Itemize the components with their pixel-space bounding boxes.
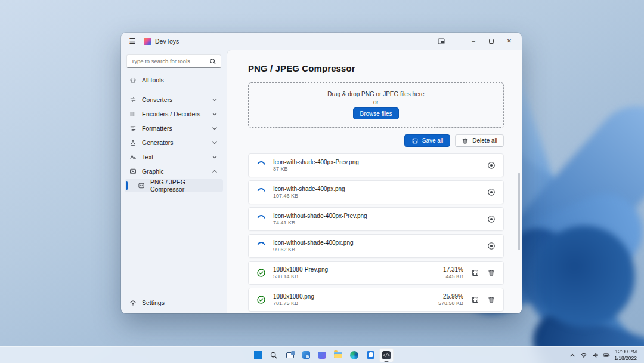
cancel-compression-button[interactable]: [487, 188, 496, 196]
check-circle-icon: [256, 295, 266, 304]
save-icon: [411, 137, 419, 144]
cancel-compression-button[interactable]: [487, 161, 496, 170]
sidebar-item-all-tools[interactable]: All tools: [125, 73, 223, 87]
cancel-compression-button[interactable]: [487, 242, 496, 250]
sidebar-item-settings[interactable]: Settings: [125, 296, 223, 309]
battery-icon[interactable]: [603, 352, 610, 359]
compressor-tool-icon: [138, 182, 145, 189]
chat-button[interactable]: [315, 348, 329, 362]
sidebar-item-encoders-decoders[interactable]: Encoders / Decoders: [125, 107, 223, 121]
start-button[interactable]: [250, 348, 265, 362]
file-explorer-button[interactable]: [331, 348, 345, 362]
save-file-button[interactable]: [471, 269, 479, 277]
network-icon[interactable]: [580, 352, 587, 359]
chevron-up-icon: [211, 168, 218, 175]
file-row: 1080x1080-Prev.png 538.14 KB 17.31% 445 …: [248, 261, 504, 285]
nav-menu-button[interactable]: ☰: [125, 35, 140, 48]
sidebar-item-label: Encoders / Decoders: [142, 110, 200, 118]
save-file-button[interactable]: [471, 296, 479, 304]
file-original-size: 781.75 KB: [273, 300, 314, 306]
system-tray: 12:00 PM 1/18/2022: [569, 347, 644, 363]
close-icon: ✕: [507, 38, 512, 44]
task-view-button[interactable]: [283, 348, 297, 362]
volume-icon[interactable]: [592, 352, 599, 359]
devtoys-taskbar-button[interactable]: </>: [379, 348, 394, 362]
sidebar-item-label: Settings: [142, 299, 165, 306]
titlebar: ☰ DevToys – ✕: [121, 33, 522, 50]
trash-icon: [462, 137, 469, 144]
cancel-compression-button[interactable]: [487, 215, 496, 223]
sidebar-item-label: All tools: [142, 76, 164, 84]
sidebar-item-generators[interactable]: Generators: [125, 136, 223, 149]
edge-button[interactable]: [347, 348, 361, 362]
sidebar-divider: [127, 90, 221, 90]
file-row: 1080x1080.png 781.75 KB 25.99% 578.58 KB: [248, 288, 504, 312]
home-icon: [129, 76, 137, 84]
delete-all-button[interactable]: Delete all: [455, 134, 504, 147]
devtoys-logo-icon: [144, 38, 151, 45]
generators-icon: [129, 139, 137, 146]
sidebar-item-converters[interactable]: Converters: [125, 93, 223, 106]
maximize-button[interactable]: [482, 35, 500, 48]
file-name: Icon-with-shade-400px-Prev.png: [273, 159, 359, 165]
devtoys-window: ☰ DevToys – ✕: [121, 33, 522, 313]
save-all-button[interactable]: Save all: [404, 134, 451, 147]
taskbar-clock[interactable]: 12:00 PM 1/18/2022: [614, 349, 637, 361]
sidebar-item-text[interactable]: Text: [125, 150, 223, 164]
sidebar-item-formatters[interactable]: Formatters: [125, 122, 223, 135]
tool-search-box[interactable]: [126, 54, 221, 68]
sidebar-item-label: Text: [142, 153, 153, 161]
compression-percent: 17.31%: [443, 266, 463, 273]
search-input[interactable]: [131, 58, 206, 64]
chat-icon: [318, 352, 326, 359]
widgets-button[interactable]: [299, 348, 313, 362]
sidebar-item-label: Generators: [142, 139, 174, 146]
page-title: PNG / JPEG Compressor: [248, 63, 504, 73]
file-name: 1080x1080.png: [273, 293, 314, 300]
minimize-button[interactable]: –: [465, 35, 482, 48]
windows-logo-icon: [254, 351, 262, 359]
delete-file-button[interactable]: [487, 296, 496, 304]
file-row: Icon-with-shade-400px-Prev.png 87 KB: [248, 153, 504, 177]
tray-chevron-up-icon[interactable]: [569, 352, 576, 359]
delete-all-label: Delete all: [472, 137, 497, 144]
window-title: DevToys: [155, 38, 179, 45]
sidebar-item-graphic[interactable]: Graphic: [125, 165, 223, 178]
compact-overlay-icon: [438, 38, 445, 45]
selection-indicator: [126, 182, 128, 190]
scrollbar[interactable]: [518, 173, 520, 250]
devtoys-app-icon: </>: [382, 351, 391, 359]
compressed-size: 578.58 KB: [438, 300, 463, 306]
sidebar-item-label: Graphic: [142, 168, 164, 175]
browse-files-button[interactable]: Browse files: [353, 107, 400, 119]
file-row: Icon-without-shade-400px.png 99.62 KB: [248, 234, 504, 258]
formatters-icon: [129, 125, 137, 132]
chevron-down-icon: [211, 139, 218, 146]
file-explorer-icon: [334, 352, 342, 358]
sidebar: All tools Converters Encode: [121, 50, 227, 313]
sidebar-item-png-jpeg-compressor[interactable]: PNG / JPEG Compressor: [125, 179, 223, 192]
file-dropzone[interactable]: Drag & drop PNG or JPEG files here or Br…: [248, 82, 504, 128]
graphic-icon: [129, 168, 137, 175]
file-original-size: 99.62 KB: [273, 247, 354, 253]
minimize-icon: –: [472, 38, 475, 44]
delete-file-button[interactable]: [487, 269, 496, 277]
running-app-indicator: [385, 361, 389, 362]
store-button[interactable]: [363, 348, 377, 362]
taskbar: </> 12:00 PM 1/18/2022: [0, 346, 644, 363]
taskbar-search-button[interactable]: [267, 348, 281, 362]
chevron-down-icon: [211, 96, 218, 103]
dropzone-instruction: Drag & drop PNG or JPEG files here: [327, 91, 424, 97]
sidebar-item-label: Formatters: [142, 125, 172, 132]
file-original-size: 87 KB: [273, 166, 359, 172]
text-icon: [129, 153, 137, 161]
close-button[interactable]: ✕: [500, 35, 518, 48]
file-row: Icon-with-shade-400px.png 107.46 KB: [248, 180, 504, 204]
file-original-size: 74.41 KB: [273, 220, 367, 226]
progress-spinner-icon: [256, 214, 266, 224]
search-icon: [209, 58, 216, 65]
clock-date: 1/18/2022: [614, 355, 637, 362]
compact-overlay-button[interactable]: [434, 35, 449, 48]
check-circle-icon: [256, 268, 266, 278]
task-view-icon: [286, 352, 294, 358]
